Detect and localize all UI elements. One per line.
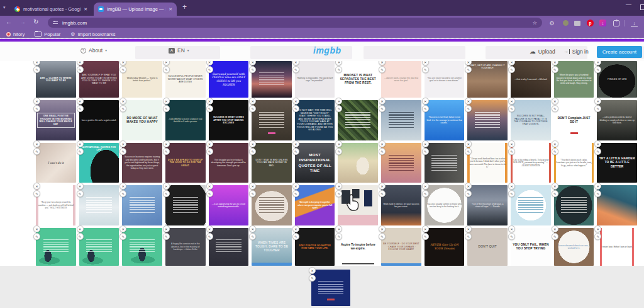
- tile-quotes-for-life[interactable]: MOTIVATIONAL QUOTES FOR LIFE✕✎: [79, 143, 119, 183]
- tile-success-not-final-sky[interactable]: SUCCESS IS NOT FINAL, FAILURE IS NOT FAT…: [511, 100, 551, 140]
- tile-silence-noise[interactable]: Work hard in silence, let your success b…: [381, 185, 421, 225]
- remove-image-button[interactable]: ✕: [552, 98, 558, 105]
- edit-image-button[interactable]: ✎: [163, 148, 170, 155]
- gear-extension-icon[interactable]: ⚙: [548, 20, 555, 26]
- minimize-window-button[interactable]: —: [626, 1, 631, 8]
- remove-image-button[interactable]: ✕: [77, 98, 84, 105]
- edit-image-button[interactable]: ✎: [552, 190, 558, 197]
- tile-too-busy[interactable]: Success usually comes to those who are t…: [425, 185, 465, 225]
- tile-be-yourself-grid[interactable]: BE YOURSELF · DO YOUR BEST · CHASE YOUR …: [381, 228, 421, 266]
- edit-image-button[interactable]: ✎: [508, 190, 515, 197]
- address-bar[interactable]: imgbb.com ☆: [48, 18, 542, 28]
- tile-positive-life[interactable]: have a positive life and a negative mind…: [79, 100, 119, 140]
- remove-image-button[interactable]: ✕: [163, 183, 170, 190]
- tile-sky-quote[interactable]: ✕✎: [381, 100, 421, 140]
- tile-hardest-climb[interactable]: ✕✎: [338, 100, 378, 140]
- remove-image-button[interactable]: ✕: [422, 183, 429, 190]
- tile-canyon-wait[interactable]: WAIT, GET UP AND CHANGE IT YOURSELF.✕✎: [467, 61, 508, 98]
- tile-stop-trying[interactable]: YOU ONLY FAIL, WHEN YOU STOP TRYING✕✎: [511, 228, 551, 266]
- edit-image-button[interactable]: ✎: [292, 148, 299, 155]
- tile-watercolor-blue[interactable]: ✕✎: [122, 185, 162, 225]
- tile-diamond-coal[interactable]: A DIAMOND is merely a lump of coal that …: [165, 100, 206, 140]
- tile-success-not-final-blue[interactable]: “Success is not final, failure is not fa…: [425, 100, 465, 140]
- edit-image-button[interactable]: ✎: [309, 275, 316, 282]
- tile-nothing-impossible[interactable]: “Nothing is impossible. The word itself …: [295, 61, 335, 98]
- remove-image-button[interactable]: ✕: [292, 98, 299, 105]
- tile-good-for-great[interactable]: DON’T BE AFRAID TO GIVE UP THE GOOD TO G…: [165, 143, 206, 183]
- tile-sunset-gradient[interactable]: ✕✎: [381, 143, 421, 183]
- tile-green-illustration-2[interactable]: ✕✎: [79, 228, 119, 266]
- remove-image-button[interactable]: ✕: [206, 140, 213, 147]
- new-tab-button[interactable]: +: [182, 3, 187, 11]
- tile-do-more-happy[interactable]: DO MORE OF WHAT MAKES YOU HAPPY✕✎: [122, 100, 162, 140]
- remove-image-button[interactable]: ✕: [33, 98, 40, 105]
- tile-photo-quote-card[interactable]: ✕✎: [252, 185, 292, 225]
- tab-google-search[interactable]: motivational quotes - Google S ✕: [10, 3, 92, 16]
- edit-image-button[interactable]: ✎: [552, 148, 558, 155]
- tile-never-too-old[interactable]: “You are never too old to set another go…: [425, 61, 465, 98]
- tile-sunset-silhouette[interactable]: ✕✎: [467, 100, 508, 140]
- tile-i-cant-do-it[interactable]: I can’t do it✕✎: [36, 143, 76, 183]
- edit-image-button[interactable]: ✎: [206, 233, 213, 240]
- edit-image-button[interactable]: ✎: [422, 148, 429, 155]
- tile-try-harder[interactable]: TRY A LITTLE HARDER TO BE A LITTLE BETTE…: [597, 143, 637, 183]
- tile-happy-life-mastery[interactable]: A happy life consists not in the absence…: [165, 228, 206, 266]
- tile-ferris-wheel[interactable]: ✕✎: [252, 61, 292, 98]
- tile-hundred-reasons[interactable]: When life gives you a hundred reasons to…: [554, 61, 594, 98]
- tile-dont-complain[interactable]: DON’T Complain JUST DO IT✕✎: [554, 100, 594, 140]
- remove-image-button[interactable]: ✕: [206, 183, 213, 190]
- tile-dancer-doorway[interactable]: ✕✎: [165, 185, 206, 225]
- edit-image-button[interactable]: ✎: [77, 190, 84, 197]
- edit-image-button[interactable]: ✎: [163, 105, 170, 112]
- remove-image-button[interactable]: ✕: [422, 140, 429, 147]
- tile-surround-yourself[interactable]: Surround yourself with PEOPLE who are ON…: [209, 61, 249, 98]
- edit-image-button[interactable]: ✎: [552, 66, 558, 73]
- tile-change-plan[interactable]: …doesn’t work, change the plan but never…: [381, 61, 421, 98]
- tile-seven-rules[interactable]: 7 RULES OF LIFE✕✎: [597, 61, 637, 98]
- tile-bicycle-balance[interactable]: “Life is like riding a bicycle. To keep …: [511, 143, 551, 183]
- tile-stop-excuses[interactable]: SUCCESS IS WHAT COMES AFTER YOU STOP MAK…: [209, 100, 249, 140]
- tile-do-not-wait[interactable]: DO NOT WAIT; THE TIME WILL NEVER BE “JUS…: [295, 100, 335, 140]
- tile-meditation[interactable]: ✕✎: [338, 143, 378, 183]
- edit-image-button[interactable]: ✎: [33, 190, 40, 197]
- tile-tough-tougher[interactable]: WHEN TIMES ARE TOUGH, DARE TO BE TOUGHER…: [252, 228, 292, 266]
- edit-image-button[interactable]: ✎: [33, 66, 40, 73]
- url-text[interactable]: imgbb.com: [62, 20, 87, 26]
- edit-image-button[interactable]: ✎: [508, 105, 515, 112]
- tile-mindset[interactable]: MINDSET IS WHAT SEPARATES THE BEST FROM …: [338, 61, 378, 98]
- tile-business-success[interactable]: Success in business requires training an…: [122, 143, 162, 183]
- tile-green-illustration-1[interactable]: ✕✎: [36, 228, 76, 266]
- pinterest-extension-icon[interactable]: p: [587, 20, 594, 26]
- tile-stay-in-bed[interactable]: DON’T STAY IN BED UNLESS YOU CAN MAKE MO…: [252, 143, 292, 183]
- remove-image-button[interactable]: ✕: [77, 225, 84, 232]
- tile-gray-quote[interactable]: ✕✎: [425, 143, 465, 183]
- tile-successful-people[interactable]: SUCCESSFUL PEOPLE NEVER WORRY ABOUT WHAT…: [165, 61, 206, 98]
- tile-ask-closer[interactable]: ASK — CLOSER TO WHERE YOU WANT TO BE✕✎: [36, 61, 76, 98]
- tile-why-i-succeed[interactable]: …that is why I succeed. —Michael✕✎: [511, 61, 551, 98]
- edit-image-button[interactable]: ✎: [163, 66, 170, 73]
- tile-win-or-learn[interactable]: I never lose. Either I win or learn.✕✎: [597, 228, 637, 266]
- remove-image-button[interactable]: ✕: [292, 225, 299, 232]
- bookmark-folder-popular[interactable]: Popular: [35, 31, 60, 37]
- tile-work-hard-fun[interactable]: “Always work hard and have fun in what y…: [467, 143, 508, 183]
- back-button[interactable]: ←: [6, 18, 12, 25]
- edit-image-button[interactable]: ✎: [422, 66, 429, 73]
- tile-zen-thinking[interactable]: …solve problems with the kind of thinkin…: [597, 100, 637, 140]
- remove-image-button[interactable]: ✕: [77, 140, 84, 147]
- bookmark-star-icon[interactable]: ☆: [532, 20, 537, 26]
- remove-image-button[interactable]: ✕: [552, 140, 558, 147]
- edit-image-button[interactable]: ✎: [33, 105, 40, 112]
- edit-image-button[interactable]: ✎: [206, 66, 213, 73]
- imgbb-logo[interactable]: imgbb: [313, 45, 341, 55]
- edit-image-button[interactable]: ✎: [163, 190, 170, 197]
- edit-image-button[interactable]: ✎: [508, 148, 515, 155]
- sign-in-button[interactable]: → Sign in: [564, 48, 589, 55]
- tile-worked-for-it[interactable]: I never dreamed about success, I worked …: [554, 228, 594, 266]
- edit-image-button[interactable]: ✎: [33, 148, 40, 155]
- tile-magenta-memorable[interactable]: …is an opportunity for you to create som…: [209, 185, 249, 225]
- edit-image-button[interactable]: ✎: [292, 105, 299, 112]
- tile-dont-quit[interactable]: DON’T QUIT✕✎: [467, 228, 508, 266]
- reload-button[interactable]: ↻: [33, 18, 38, 25]
- tile-struggle-today[interactable]: The struggle you’re in today is developi…: [209, 143, 249, 183]
- tile-teal-card[interactable]: ✕✎: [554, 185, 594, 225]
